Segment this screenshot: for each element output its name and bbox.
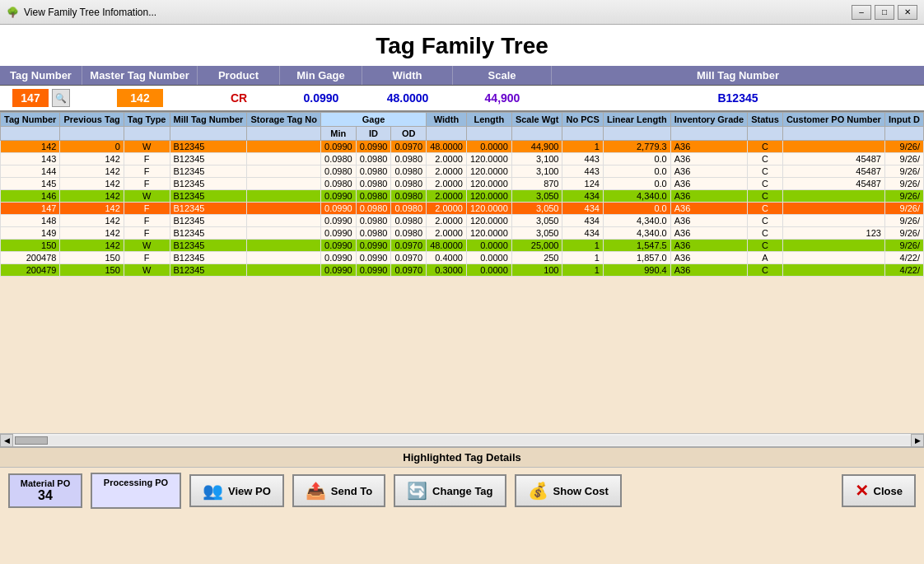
table-cell: A36	[670, 215, 747, 227]
table-cell: 9/26/	[884, 178, 923, 190]
table-cell: 870	[511, 178, 562, 190]
table-row[interactable]: 145142FB123450.09800.09800.09802.0000120…	[1, 178, 924, 190]
table-cell: 142	[60, 240, 124, 252]
table-cell: F	[124, 215, 170, 227]
table-cell: 4,340.0	[603, 215, 670, 227]
th-no-pcs: No PCS	[562, 113, 603, 127]
th2-width	[427, 127, 467, 141]
table-cell: 0.0980	[391, 153, 427, 165]
table-cell: B12345	[170, 178, 247, 190]
table-cell: 48.0000	[427, 240, 467, 252]
table-row[interactable]: 144142FB123450.09800.09800.09802.0000120…	[1, 165, 924, 178]
table-cell: 443	[562, 153, 603, 165]
tag-search-button[interactable]: 🔍	[52, 89, 70, 107]
mill-tag-value: B12345	[717, 91, 758, 105]
table-cell: 44,900	[511, 141, 562, 153]
table-cell: 0	[60, 141, 124, 153]
bottom-panel: Highlighted Tag Details Material PO 34 P…	[0, 446, 924, 514]
change-tag-icon: 🔄	[407, 481, 427, 501]
th-input-d: Input D	[884, 113, 923, 127]
th-storage: Storage Tag No	[247, 113, 321, 127]
table-row[interactable]: 147142FB123450.09900.09800.09802.0000120…	[1, 203, 924, 215]
th2-type	[124, 127, 170, 141]
table-cell: 4,340.0	[603, 190, 670, 203]
table-row[interactable]: 149142FB123450.09900.09800.09802.0000120…	[1, 227, 924, 240]
th-inv-grade: Inventory Grade	[670, 113, 747, 127]
table-cell: B12345	[170, 240, 247, 252]
table-cell: C	[748, 153, 783, 165]
table-cell: 0.0990	[320, 264, 356, 277]
table-cell	[247, 240, 321, 252]
table-row[interactable]: 1420WB123450.09900.09900.097048.00000.00…	[1, 141, 924, 153]
th-status: Status	[748, 113, 783, 127]
bottom-section-title: Highlighted Tag Details	[0, 448, 924, 468]
table-cell: 0.0990	[356, 264, 391, 277]
table-cell: 120.0000	[466, 215, 511, 227]
th-gage: Gage	[320, 113, 426, 127]
table-cell: 120.0000	[466, 203, 511, 215]
table-cell: 0.0990	[356, 240, 391, 252]
table-cell: 1	[562, 240, 603, 252]
table-cell: 0.0970	[391, 264, 427, 277]
table-cell: 0.0980	[356, 153, 391, 165]
table-cell: 200478	[1, 252, 60, 264]
minimize-button[interactable]: –	[852, 5, 871, 20]
close-window-button[interactable]: ✕	[898, 5, 917, 20]
table-cell: F	[124, 203, 170, 215]
change-tag-button[interactable]: 🔄 Change Tag	[394, 474, 506, 507]
th2-length	[466, 127, 511, 141]
table-cell: 0.0980	[356, 165, 391, 178]
h-scrollbar-thumb[interactable]	[15, 436, 48, 445]
scroll-right-button[interactable]: ▶	[911, 434, 924, 447]
close-button[interactable]: ✕ Close	[842, 474, 916, 507]
table-cell: 142	[60, 227, 124, 240]
h-scrollbar-track[interactable]	[13, 436, 911, 445]
maximize-button[interactable]: □	[875, 5, 894, 20]
table-row[interactable]: 200478150FB123450.09900.09900.09700.4000…	[1, 252, 924, 264]
table-row[interactable]: 148142FB123450.09900.09800.09802.0000120…	[1, 215, 924, 227]
table-cell: 2.0000	[427, 153, 467, 165]
table-cell: 1	[562, 264, 603, 277]
table-cell: 1,547.5	[603, 240, 670, 252]
send-to-button[interactable]: 📤 Send To	[292, 474, 385, 507]
table-cell: 142	[60, 215, 124, 227]
table-cell: A36	[670, 227, 747, 240]
table-cell: 434	[562, 227, 603, 240]
table-row[interactable]: 150142WB123450.09900.09900.097048.00000.…	[1, 240, 924, 252]
table-cell: A36	[670, 203, 747, 215]
h-scrollbar[interactable]: ◀ ▶	[0, 433, 924, 446]
table-cell: 200479	[1, 264, 60, 277]
th2-linear	[603, 127, 670, 141]
table-cell: 0.0990	[320, 141, 356, 153]
show-cost-button[interactable]: 💰 Show Cost	[515, 474, 622, 507]
info-row: 147 🔍 142 CR 0.0990 48.0000 44,900 B1234…	[0, 86, 924, 112]
table-row[interactable]: 143142FB123450.09800.09800.09802.0000120…	[1, 153, 924, 165]
table-cell: B12345	[170, 190, 247, 203]
table-cell: 0.0990	[320, 240, 356, 252]
table-cell: 9/26/	[884, 190, 923, 203]
table-cell	[247, 141, 321, 153]
table-cell: 4/22/	[884, 252, 923, 264]
table-cell: A36	[670, 153, 747, 165]
view-po-button[interactable]: 👥 View PO	[189, 474, 284, 507]
th2-scale	[511, 127, 562, 141]
table-row[interactable]: 200479150WB123450.09900.09900.09700.3000…	[1, 264, 924, 277]
scroll-left-button[interactable]: ◀	[0, 434, 13, 447]
table-cell: B12345	[170, 264, 247, 277]
table-row[interactable]: 146142WB123450.09900.09800.09802.0000120…	[1, 190, 924, 203]
table-cell: 0.0980	[356, 190, 391, 203]
table-cell: C	[748, 227, 783, 240]
table-cell: 0.0980	[391, 178, 427, 190]
table-cell: 149	[1, 227, 60, 240]
col-header-tag-number: Tag Number	[0, 66, 82, 85]
tag-number-value: 147	[12, 89, 48, 107]
min-gage-value: 0.0990	[304, 91, 339, 105]
table-cell	[782, 264, 884, 277]
table-cell: C	[748, 190, 783, 203]
table-cell: 150	[60, 264, 124, 277]
close-label: Close	[874, 485, 903, 497]
th2-od: OD	[391, 127, 427, 141]
table-cell	[247, 264, 321, 277]
table-cell: 0.0980	[320, 165, 356, 178]
table-cell: 9/26/	[884, 227, 923, 240]
